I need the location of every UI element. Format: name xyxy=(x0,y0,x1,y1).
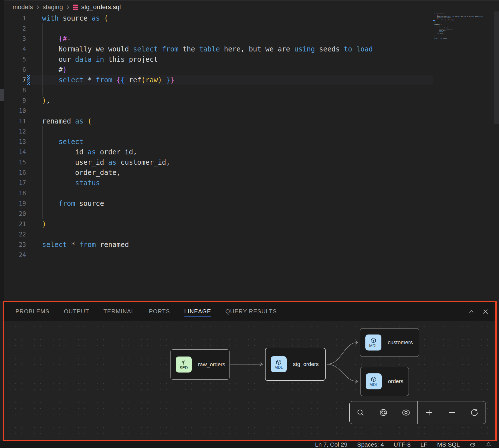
aperture-button[interactable] xyxy=(377,406,390,419)
tab-lineage[interactable]: LINEAGE xyxy=(184,302,211,321)
breadcrumb: models staging stg_orders.sql xyxy=(13,2,121,12)
line-number[interactable]: 1 xyxy=(4,13,26,23)
plus-icon xyxy=(425,408,433,417)
badge-label: SED xyxy=(180,366,188,370)
tab-problems[interactable]: PROBLEMS xyxy=(15,302,49,321)
lineage-node-customers[interactable]: MDL customers xyxy=(360,328,419,357)
lineage-node-raw-orders[interactable]: SED raw_orders xyxy=(170,349,230,380)
code-line[interactable] xyxy=(31,126,433,137)
left-rail-scroll-thumb[interactable] xyxy=(0,89,4,101)
notifications-icon[interactable] xyxy=(486,442,492,448)
copilot-icon[interactable] xyxy=(470,441,476,448)
node-label: stg_orders xyxy=(293,361,319,367)
tab-bar-seam xyxy=(4,0,499,1)
line-number[interactable]: 24 xyxy=(4,250,26,260)
breadcrumb-item-models[interactable]: models xyxy=(13,3,33,11)
line-number[interactable]: 7 xyxy=(4,75,26,85)
code-line[interactable]: status xyxy=(31,178,433,188)
line-number[interactable]: 12 xyxy=(4,126,26,137)
code-line[interactable] xyxy=(31,250,433,260)
line-number[interactable]: 6 xyxy=(4,65,26,75)
code-line[interactable]: our data in this project xyxy=(31,54,433,65)
code-line[interactable] xyxy=(31,23,433,34)
lineage-node-orders[interactable]: MDL orders xyxy=(360,367,409,396)
code-line[interactable]: order_date, xyxy=(31,168,433,178)
breadcrumb-item-file[interactable]: stg_orders.sql xyxy=(81,3,121,11)
model-badge: MDL xyxy=(365,334,381,351)
cube-icon xyxy=(371,377,377,382)
status-language[interactable]: MS SQL xyxy=(437,441,460,448)
code-line[interactable]: id as order_id, xyxy=(31,147,433,157)
code-line[interactable]: select * from {{ ref(raw) }} xyxy=(31,75,433,85)
line-number[interactable]: 14 xyxy=(4,147,26,157)
badge-label: MDL xyxy=(369,383,378,387)
line-number[interactable]: 20 xyxy=(4,209,26,219)
status-eol[interactable]: LF xyxy=(420,441,427,448)
tab-ports[interactable]: PORTS xyxy=(149,302,170,321)
search-icon xyxy=(356,408,365,417)
code-line[interactable] xyxy=(31,106,433,116)
line-number[interactable]: 23 xyxy=(4,240,26,250)
code-line[interactable]: user_id as customer_id, xyxy=(31,157,433,168)
breadcrumb-item-staging[interactable]: staging xyxy=(43,3,63,11)
code-line[interactable]: from source xyxy=(31,198,433,209)
node-label: orders xyxy=(388,378,403,385)
close-icon[interactable] xyxy=(482,308,489,315)
line-number[interactable]: 18 xyxy=(4,188,26,198)
lineage-toolbar xyxy=(349,401,486,424)
panel-header-actions xyxy=(468,302,489,321)
code-line[interactable] xyxy=(31,209,433,219)
line-number[interactable]: 15 xyxy=(4,157,26,168)
line-number[interactable]: 11 xyxy=(4,116,26,126)
code-line[interactable]: renamed as ( xyxy=(31,116,433,126)
line-number[interactable]: 5 xyxy=(4,54,26,65)
line-number[interactable]: 16 xyxy=(4,168,26,178)
code-line[interactable] xyxy=(31,85,433,95)
search-button[interactable] xyxy=(354,406,367,419)
line-number[interactable]: 8 xyxy=(4,85,26,95)
tab-query-results[interactable]: QUERY RESULTS xyxy=(225,302,277,321)
line-number[interactable]: 13 xyxy=(4,137,26,147)
code-line[interactable]: Normally we would select from the table … xyxy=(31,44,433,54)
status-indentation[interactable]: Spaces: 4 xyxy=(357,441,384,448)
code-line[interactable]: ), xyxy=(31,95,433,106)
zoom-in-button[interactable] xyxy=(423,406,435,419)
tab-output[interactable]: OUTPUT xyxy=(64,302,89,321)
line-number[interactable]: 4 xyxy=(4,44,26,54)
line-number[interactable]: 10 xyxy=(4,106,26,116)
aperture-icon xyxy=(379,408,388,417)
code-line[interactable] xyxy=(31,188,433,198)
code-editor[interactable]: with source as ( {#- Normally we would s… xyxy=(31,13,433,260)
code-line[interactable]: with source as ( xyxy=(31,13,433,23)
line-number[interactable]: 22 xyxy=(4,229,26,240)
lineage-node-stg-orders[interactable]: MDL stg_orders xyxy=(265,348,326,381)
chevron-up-icon[interactable] xyxy=(468,308,475,315)
minus-icon xyxy=(447,408,456,417)
line-number[interactable]: 3 xyxy=(4,34,26,44)
status-cursor-position[interactable]: Ln 7, Col 29 xyxy=(315,441,347,448)
line-number[interactable]: 9 xyxy=(4,95,26,106)
model-badge: MDL xyxy=(366,373,382,389)
line-number[interactable]: 21 xyxy=(4,219,26,229)
eye-button[interactable] xyxy=(400,406,412,419)
code-line[interactable]: {#- xyxy=(31,34,433,44)
code-line[interactable]: select * from renamed xyxy=(31,240,433,250)
line-number[interactable]: 19 xyxy=(4,198,26,209)
minimap-line xyxy=(434,39,492,40)
zoom-out-button[interactable] xyxy=(445,406,458,419)
refresh-button[interactable] xyxy=(468,406,481,419)
code-line[interactable]: ) xyxy=(31,219,433,229)
tab-terminal[interactable]: TERMINAL xyxy=(103,302,134,321)
gutter[interactable]: 123456789101112131415161718192021222324 xyxy=(4,13,26,260)
eye-icon xyxy=(401,408,411,417)
line-number[interactable]: 17 xyxy=(4,178,26,188)
status-encoding[interactable]: UTF-8 xyxy=(394,441,411,448)
line-number[interactable]: 2 xyxy=(4,23,26,34)
code-line[interactable] xyxy=(31,229,433,240)
minimap[interactable]: with source as ( {#- Normally we would s… xyxy=(434,13,492,40)
lineage-canvas[interactable]: SED raw_orders MDL stg_orders MDL custom… xyxy=(4,321,496,440)
code-line[interactable]: #} xyxy=(31,65,433,75)
code-line[interactable]: select xyxy=(31,137,433,147)
vertical-scrollbar[interactable] xyxy=(494,11,499,124)
indent-guide xyxy=(42,126,43,219)
